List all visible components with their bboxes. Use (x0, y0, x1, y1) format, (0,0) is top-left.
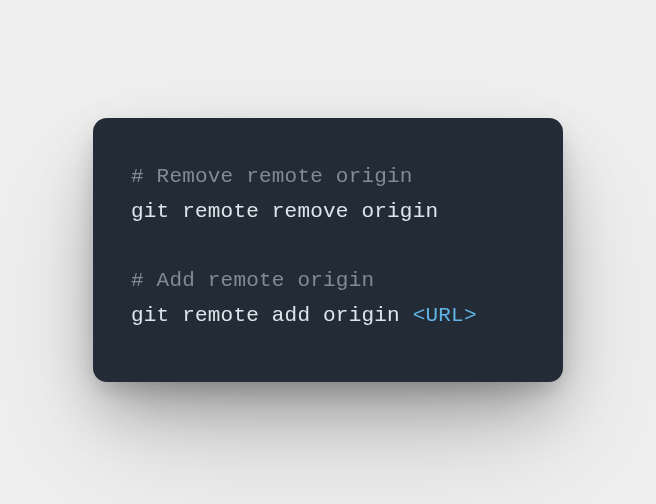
placeholder-open: < (413, 304, 426, 327)
code-comment: # Add remote origin (131, 269, 374, 292)
code-comment: # Remove remote origin (131, 165, 413, 188)
placeholder-close: > (464, 304, 477, 327)
placeholder-token: URL (425, 304, 463, 327)
code-command: git remote add origin (131, 304, 413, 327)
code-block: # Remove remote origin git remote remove… (131, 160, 525, 333)
code-command: git remote remove origin (131, 200, 438, 223)
code-snippet-card: # Remove remote origin git remote remove… (93, 118, 563, 381)
